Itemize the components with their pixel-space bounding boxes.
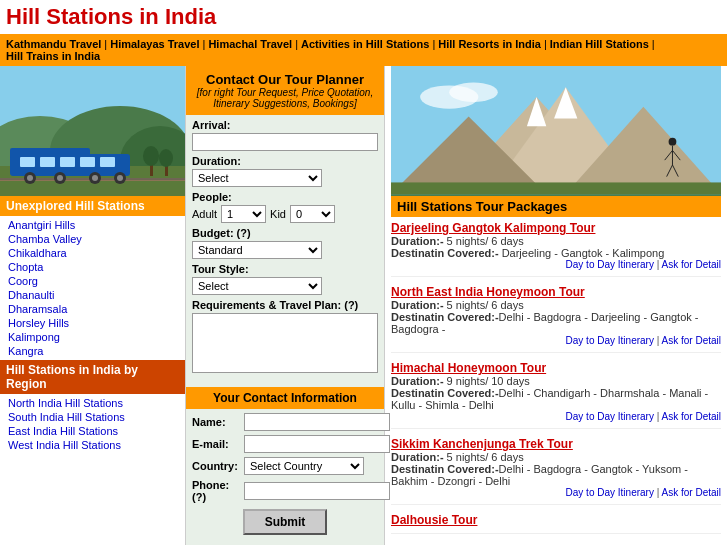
tour-sikkim-covered: Destinatin Covered:-Delhi - Bagdogra - G… bbox=[391, 463, 721, 487]
tour-sikkim: Sikkim Kanchenjunga Trek Tour Duration:-… bbox=[391, 437, 721, 505]
nav-indian[interactable]: Indian Hill Stations bbox=[550, 38, 649, 50]
arrival-row: Arrival: bbox=[192, 119, 378, 151]
email-input[interactable] bbox=[244, 435, 390, 453]
svg-point-19 bbox=[92, 175, 98, 181]
country-label: Country: bbox=[192, 460, 244, 472]
by-region-links: North India Hill Stations South India Hi… bbox=[0, 394, 185, 454]
contact-header: Your Contact Information bbox=[186, 387, 384, 409]
people-row: People: Adult 1234 Kid 0123 bbox=[192, 191, 378, 223]
name-input[interactable] bbox=[244, 413, 390, 431]
svg-point-37 bbox=[669, 138, 677, 146]
link-dharamsala[interactable]: Dharamsala bbox=[0, 302, 185, 316]
tour-darjeeling-detail[interactable]: Ask for Detail bbox=[662, 259, 721, 270]
tour-sikkim-itinerary[interactable]: Day to Day Itinerary bbox=[566, 487, 654, 498]
svg-point-17 bbox=[57, 175, 63, 181]
tour-darjeeling-covered: Destinatin Covered:- Darjeeling - Gangto… bbox=[391, 247, 721, 259]
link-dhanaulti[interactable]: Dhanaulti bbox=[0, 288, 185, 302]
link-south-india[interactable]: South India Hill Stations bbox=[0, 410, 185, 424]
link-horsley[interactable]: Horsley Hills bbox=[0, 316, 185, 330]
svg-rect-9 bbox=[20, 157, 35, 167]
tour-northeast-itinerary[interactable]: Day to Day Itinerary bbox=[566, 335, 654, 346]
tour-himachal-duration: Duration:- 9 nights/ 10 days bbox=[391, 375, 721, 387]
submit-button[interactable]: Submit bbox=[243, 509, 328, 535]
link-kangra[interactable]: Kangra bbox=[0, 344, 185, 358]
contact-body: Name: E-mail: Country: Select Country In… bbox=[186, 409, 384, 545]
link-east-india[interactable]: East India Hill Stations bbox=[0, 424, 185, 438]
nav-sep-6: | bbox=[652, 38, 655, 50]
phone-input[interactable] bbox=[244, 482, 390, 500]
requirements-row: Requirements & Travel Plan: (?) bbox=[192, 299, 378, 375]
name-row: Name: bbox=[192, 413, 378, 431]
nav-himachal[interactable]: Himachal Travel bbox=[208, 38, 292, 50]
nav-sep-3: | bbox=[295, 38, 298, 50]
link-kalimpong[interactable]: Kalimpong bbox=[0, 330, 185, 344]
nav-activities[interactable]: Activities in Hill Stations bbox=[301, 38, 429, 50]
link-chamba[interactable]: Chamba Valley bbox=[0, 232, 185, 246]
adult-select[interactable]: 1234 bbox=[221, 205, 266, 223]
tour-darjeeling-title[interactable]: Darjeeling Gangtok Kalimpong Tour bbox=[391, 221, 721, 235]
duration-select[interactable]: Select 1 Night 2 Nights 3 Nights 5 Night… bbox=[192, 169, 322, 187]
email-row: E-mail: bbox=[192, 435, 378, 453]
svg-rect-12 bbox=[80, 157, 95, 167]
nav-trains[interactable]: Hill Trains in India bbox=[6, 50, 100, 62]
tour-himachal-detail[interactable]: Ask for Detail bbox=[662, 411, 721, 422]
adult-label: Adult bbox=[192, 208, 217, 220]
form-header: Contact Our Tour Planner [for right Tour… bbox=[186, 66, 384, 115]
svg-rect-11 bbox=[60, 157, 75, 167]
form-header-sub: [for right Tour Request, Price Quotation… bbox=[190, 87, 380, 109]
tour-style-row: Tour Style: Select Adventure Honeymoon F… bbox=[192, 263, 378, 295]
nav-sep-1: | bbox=[104, 38, 107, 50]
requirements-label: Requirements & Travel Plan: (?) bbox=[192, 299, 378, 311]
right-panel: Hill Stations Tour Packages Darjeeling G… bbox=[385, 66, 727, 545]
link-north-india[interactable]: North India Hill Stations bbox=[0, 396, 185, 410]
mountain-image bbox=[391, 66, 721, 196]
tour-sikkim-title[interactable]: Sikkim Kanchenjunga Trek Tour bbox=[391, 437, 721, 451]
tour-northeast-title[interactable]: North East India Honeymoon Tour bbox=[391, 285, 721, 299]
tour-darjeeling-duration: Duration:- 5 nights/ 6 days bbox=[391, 235, 721, 247]
link-chopta[interactable]: Chopta bbox=[0, 260, 185, 274]
tour-himachal-itinerary[interactable]: Day to Day Itinerary bbox=[566, 411, 654, 422]
tour-sikkim-detail[interactable]: Ask for Detail bbox=[662, 487, 721, 498]
tour-dalhousie-title[interactable]: Dalhousie Tour bbox=[391, 513, 721, 527]
requirements-textarea[interactable] bbox=[192, 313, 378, 373]
tour-darjeeling: Darjeeling Gangtok Kalimpong Tour Durati… bbox=[391, 221, 721, 277]
kid-select[interactable]: 0123 bbox=[290, 205, 335, 223]
tour-northeast-covered: Destinatin Covered:-Delhi - Bagdogra - D… bbox=[391, 311, 721, 335]
packages-title: Hill Stations Tour Packages bbox=[391, 196, 721, 217]
tour-darjeeling-links: Day to Day Itinerary | Ask for Detail bbox=[391, 259, 721, 270]
form-body: Arrival: Duration: Select 1 Night 2 Nigh… bbox=[186, 115, 384, 383]
svg-rect-13 bbox=[100, 157, 115, 167]
budget-select[interactable]: Standard Budget Luxury Premium bbox=[192, 241, 322, 259]
svg-rect-10 bbox=[40, 157, 55, 167]
tour-darjeeling-itinerary[interactable]: Day to Day Itinerary bbox=[566, 259, 654, 270]
nav-sep-4: | bbox=[432, 38, 435, 50]
by-region-title: Hill Stations in India by Region bbox=[0, 360, 185, 394]
form-header-title: Contact Our Tour Planner bbox=[190, 72, 380, 87]
tour-himachal-title[interactable]: Himachal Honeymoon Tour bbox=[391, 361, 721, 375]
link-coorg[interactable]: Coorg bbox=[0, 274, 185, 288]
svg-point-25 bbox=[159, 149, 173, 167]
tour-northeast-detail[interactable]: Ask for Detail bbox=[662, 335, 721, 346]
tour-himachal: Himachal Honeymoon Tour Duration:- 9 nig… bbox=[391, 361, 721, 429]
link-west-india[interactable]: West India Hill Stations bbox=[0, 438, 185, 452]
tour-sikkim-duration: Duration:- 5 nights/ 6 days bbox=[391, 451, 721, 463]
submit-row: Submit bbox=[192, 509, 378, 541]
tour-style-select[interactable]: Select Adventure Honeymoon Family bbox=[192, 277, 322, 295]
link-anantgiri[interactable]: Anantgiri Hills bbox=[0, 218, 185, 232]
name-label: Name: bbox=[192, 416, 244, 428]
nav-resorts[interactable]: Hill Resorts in India bbox=[438, 38, 541, 50]
nav-kathmandu[interactable]: Kathmandu Travel bbox=[6, 38, 101, 50]
center-panel: Contact Our Tour Planner [for right Tour… bbox=[185, 66, 385, 545]
country-row: Country: Select Country India USA UK Aus… bbox=[192, 457, 378, 475]
svg-rect-8 bbox=[10, 148, 90, 158]
tour-dalhousie: Dalhousie Tour bbox=[391, 513, 721, 534]
duration-label: Duration: bbox=[192, 155, 378, 167]
budget-label: Budget: (?) bbox=[192, 227, 378, 239]
link-chikaldhara[interactable]: Chikaldhara bbox=[0, 246, 185, 260]
nav-sep-5: | bbox=[544, 38, 547, 50]
country-select[interactable]: Select Country India USA UK Australia bbox=[244, 457, 364, 475]
budget-row: Budget: (?) Standard Budget Luxury Premi… bbox=[192, 227, 378, 259]
nav-himalayas[interactable]: Himalayas Travel bbox=[110, 38, 199, 50]
people-label: People: bbox=[192, 191, 378, 203]
arrival-input[interactable] bbox=[192, 133, 378, 151]
